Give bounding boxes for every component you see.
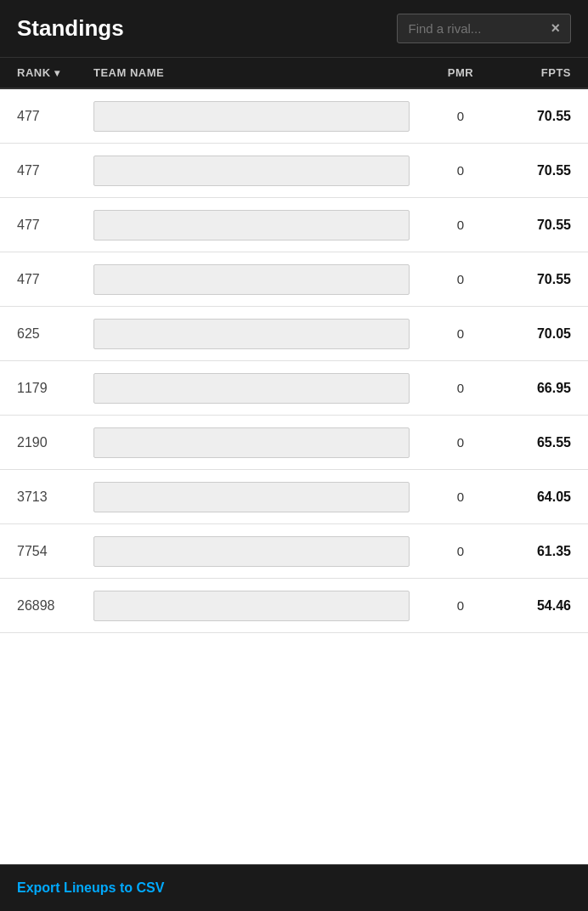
- row-fpts: 70.55: [495, 109, 571, 124]
- row-rank: 3713: [17, 489, 93, 505]
- pmr-column-header: PMR: [427, 66, 495, 79]
- row-team-box: [93, 373, 410, 404]
- column-headers: RANK ▾ TEAM NAME PMR FPTS: [0, 58, 588, 89]
- row-team-box: [93, 210, 410, 240]
- row-pmr: 0: [427, 109, 495, 123]
- row-rank: 477: [17, 218, 93, 233]
- row-fpts: 70.05: [495, 326, 571, 342]
- row-fpts: 64.05: [495, 489, 571, 505]
- row-rank: 7754: [17, 544, 93, 559]
- row-pmr: 0: [427, 489, 495, 504]
- row-pmr: 0: [427, 218, 495, 232]
- row-rank: 625: [17, 326, 93, 342]
- row-rank: 1179: [17, 381, 93, 396]
- search-input[interactable]: [408, 21, 544, 36]
- table-row[interactable]: 1179 0 66.95: [0, 361, 588, 416]
- row-fpts: 66.95: [495, 381, 571, 396]
- table-row[interactable]: 26898 0 54.46: [0, 579, 588, 633]
- row-pmr: 0: [427, 544, 495, 558]
- row-pmr: 0: [427, 272, 495, 286]
- standings-table: 477 0 70.55 477 0 70.55 477 0 70.55 477 …: [0, 89, 588, 864]
- table-row[interactable]: 477 0 70.55: [0, 198, 588, 252]
- page-title: Standings: [17, 15, 124, 42]
- row-pmr: 0: [427, 435, 495, 450]
- row-rank: 2190: [17, 435, 93, 450]
- row-team-box: [93, 482, 410, 512]
- fpts-column-header: FPTS: [495, 66, 571, 79]
- row-team-box: [93, 264, 410, 295]
- sort-arrow-icon: ▾: [54, 67, 60, 79]
- row-rank: 477: [17, 163, 93, 178]
- row-pmr: 0: [427, 163, 495, 178]
- row-fpts: 70.55: [495, 218, 571, 233]
- row-pmr: 0: [427, 326, 495, 341]
- row-fpts: 54.46: [495, 598, 571, 614]
- row-pmr: 0: [427, 381, 495, 395]
- row-team-box: [93, 591, 410, 621]
- close-icon[interactable]: ×: [551, 20, 560, 37]
- row-fpts: 65.55: [495, 435, 571, 450]
- row-rank: 477: [17, 272, 93, 287]
- row-team-box: [93, 156, 410, 186]
- export-csv-link[interactable]: Export Lineups to CSV: [17, 880, 164, 895]
- row-team-box: [93, 536, 410, 567]
- row-team-box: [93, 427, 410, 458]
- team-column-header: TEAM NAME: [93, 66, 427, 79]
- table-row[interactable]: 625 0 70.05: [0, 307, 588, 361]
- search-box[interactable]: ×: [397, 14, 571, 43]
- footer: Export Lineups to CSV: [0, 864, 588, 911]
- table-row[interactable]: 477 0 70.55: [0, 252, 588, 307]
- row-team-box: [93, 101, 410, 132]
- row-fpts: 70.55: [495, 272, 571, 287]
- table-row[interactable]: 477 0 70.55: [0, 144, 588, 198]
- header: Standings ×: [0, 0, 588, 58]
- table-row[interactable]: 3713 0 64.05: [0, 470, 588, 524]
- table-row[interactable]: 7754 0 61.35: [0, 524, 588, 579]
- row-pmr: 0: [427, 598, 495, 613]
- row-rank: 26898: [17, 598, 93, 614]
- row-rank: 477: [17, 109, 93, 124]
- table-row[interactable]: 2190 0 65.55: [0, 416, 588, 470]
- rank-column-header[interactable]: RANK ▾: [17, 66, 93, 79]
- table-row[interactable]: 477 0 70.55: [0, 89, 588, 144]
- row-team-box: [93, 319, 410, 349]
- row-fpts: 70.55: [495, 163, 571, 178]
- row-fpts: 61.35: [495, 544, 571, 559]
